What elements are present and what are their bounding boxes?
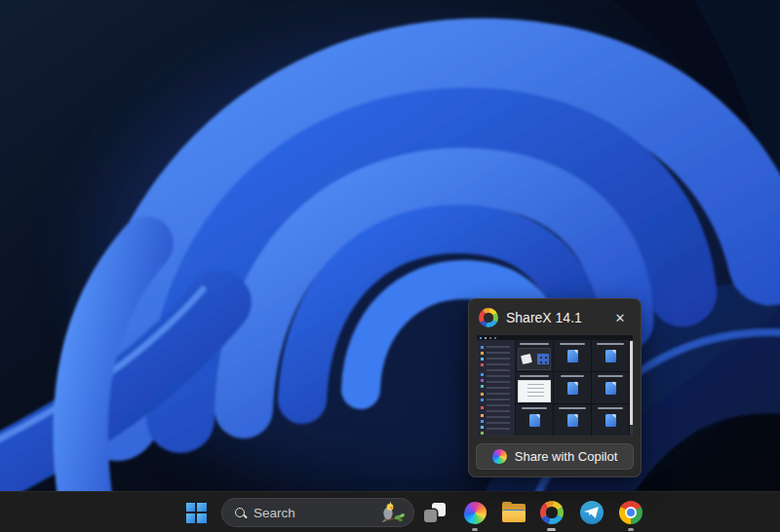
sharex-window-thumbnail[interactable] [476, 334, 634, 437]
thumbnail-file-grid-area [516, 340, 633, 436]
thumb-file-cell [592, 340, 629, 371]
thumb-file-cell [516, 372, 553, 403]
thumb-file-cell [592, 372, 629, 403]
file-icon [567, 350, 578, 362]
thumb-file-cell [554, 372, 591, 403]
task-view-icon [424, 503, 446, 522]
thumb-file-cell [554, 340, 591, 371]
file-explorer-icon [502, 504, 526, 522]
sharex-app-icon [479, 308, 498, 327]
screenshot-thumbnail [518, 348, 552, 370]
thumbnail-scrollbar [630, 340, 633, 436]
copilot-icon [492, 449, 507, 464]
search-placeholder: Search [254, 506, 379, 520]
thumb-file-cell [516, 404, 553, 436]
sharex-icon [540, 501, 564, 524]
thumb-file-cell [516, 340, 553, 371]
preview-header: ShareX 14.1 ✕ [469, 299, 641, 334]
thumbnail-sidebar [477, 340, 516, 436]
file-icon [529, 414, 540, 427]
taskbar-preview-popup: ShareX 14.1 ✕ [468, 298, 642, 477]
windows-logo-icon [186, 503, 207, 523]
chrome-icon [619, 501, 643, 524]
running-indicator-sharex [547, 528, 556, 531]
file-icon [567, 414, 578, 427]
file-icon [605, 382, 616, 395]
preview-window-title: ShareX 14.1 [506, 310, 602, 325]
sharex-button[interactable] [535, 495, 568, 530]
copilot-button[interactable] [458, 495, 491, 530]
telegram-button[interactable] [575, 495, 608, 530]
share-with-copilot-button[interactable]: Share with Copilot [476, 443, 634, 470]
chrome-button[interactable] [614, 495, 647, 530]
thumb-file-cell [592, 404, 629, 436]
running-indicator-chrome [628, 528, 634, 531]
task-view-button[interactable] [418, 495, 451, 530]
file-explorer-button[interactable] [497, 495, 530, 530]
search-icon [235, 508, 245, 517]
telegram-icon [580, 501, 604, 524]
file-icon [605, 414, 616, 427]
thumbnail-scrollbar-handle [630, 341, 633, 425]
search-highlight-bird-icon[interactable] [379, 501, 406, 524]
screenshot-thumbnail [518, 380, 550, 402]
desktop: ShareX 14.1 ✕ [0, 0, 780, 532]
taskbar-search[interactable]: Search [221, 498, 414, 527]
wallpaper-bloom [0, 0, 780, 532]
share-button-label: Share with Copilot [515, 449, 618, 464]
taskbar: Search [0, 491, 780, 532]
copilot-icon [464, 502, 487, 524]
close-icon[interactable]: ✕ [609, 307, 631, 328]
running-indicator-copilot [472, 528, 478, 531]
thumbnail-sidebar-rows [487, 346, 510, 433]
thumbnail-body [477, 340, 633, 436]
thumb-file-cell [554, 404, 591, 436]
file-icon [567, 382, 578, 395]
file-icon [605, 350, 616, 362]
thumbnail-file-grid [516, 340, 629, 436]
start-button[interactable] [179, 495, 213, 530]
